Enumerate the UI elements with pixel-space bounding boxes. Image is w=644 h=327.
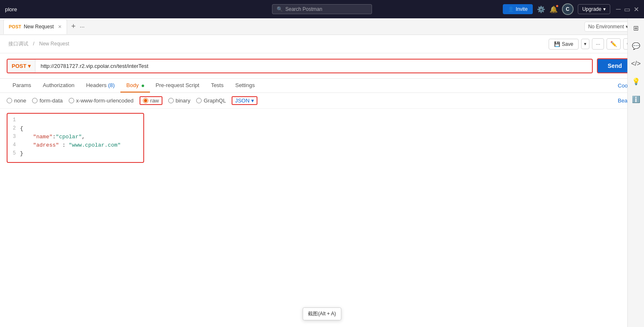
right-sidebar: ⊞ 💬 </> 💡 ℹ️ [627,18,644,327]
search-bar[interactable]: 🔍 Search Postman [272,4,372,14]
tab-tests[interactable]: Tests [205,79,229,92]
radio-form-data-input[interactable] [32,98,37,103]
tab-pre-request-label: Pre-request Script [156,82,200,88]
tabbar: POST New Request ✕ + ··· No Environment … [0,18,644,35]
screenshot-tooltip: 截图(Alt + A) [302,307,341,320]
upgrade-button[interactable]: Upgrade ▾ [578,4,610,14]
radio-binary-label: binary [176,97,190,104]
tab-close-icon[interactable]: ✕ [58,24,62,30]
maximize-button[interactable]: ▭ [624,5,630,13]
line-num-3: 3 [7,134,20,140]
radio-graphql-input[interactable] [196,98,202,103]
code-editor-inner[interactable]: 1 2 { 3 "name":"cpolar", 4 "adress" : "w… [7,113,144,163]
request-actions: 💾 Save ▾ ··· ✏️ 💬 [549,38,637,50]
tab-body-label: Body [126,82,139,88]
env-label: No Environment [588,24,624,30]
settings-icon[interactable]: ⚙️ [537,5,545,13]
radio-form-data-label: form-data [40,97,63,104]
body-active-dot [142,85,144,87]
invite-icon: 👤 [508,6,514,12]
window-controls: ─ ▭ ✕ [616,5,639,13]
more-options-button[interactable]: ··· [592,38,604,50]
url-bar: POST ▾ Send ▾ [0,53,644,79]
radio-urlencoded-input[interactable] [69,98,74,103]
invite-button[interactable]: 👤 Invite [503,4,533,14]
breadcrumb-current: New Request [39,41,69,47]
line-num-2: 2 [7,125,20,131]
tab-name: New Request [24,24,54,30]
code-editor: 1 2 { 3 "name":"cpolar", 4 "adress" : "w… [0,109,644,167]
radio-graphql-label: GraphQL [204,97,226,104]
radio-raw-label: raw [150,97,159,104]
tab-more-button[interactable]: ··· [80,23,85,30]
sidebar-chat-icon[interactable]: 💬 [630,40,642,52]
method-label: POST [12,63,26,69]
save-button[interactable]: 💾 Save [549,39,579,50]
code-line-5: 5 } [7,150,143,159]
sidebar-code-icon[interactable]: </> [629,58,642,69]
tab-tests-label: Tests [211,82,223,88]
notification-dot [556,5,559,7]
invite-label: Invite [516,6,528,12]
save-dropdown-button[interactable]: ▾ [581,39,589,49]
close-button[interactable]: ✕ [634,5,639,13]
titlebar: plore 🔍 Search Postman 👤 Invite ⚙️ 🔔 C U… [0,0,644,18]
tab-pre-request[interactable]: Pre-request Script [150,79,205,92]
radio-none[interactable]: none [7,97,26,104]
radio-raw[interactable]: raw [140,96,162,105]
edit-icon-button[interactable]: ✏️ [607,38,621,50]
radio-binary[interactable]: binary [168,97,190,104]
radio-urlencoded-label: x-www-form-urlencoded [76,97,134,104]
tab-settings[interactable]: Settings [230,79,261,92]
code-line-2: 2 { [7,125,143,134]
request-header: 接口调试 / New Request 💾 Save ▾ ··· ✏️ 💬 [0,35,644,53]
radio-form-data[interactable]: form-data [32,97,63,104]
sidebar-info-icon[interactable]: ℹ️ [630,94,642,105]
avatar[interactable]: C [562,3,574,15]
url-bar-inner: POST ▾ [7,59,593,73]
save-label: Save [562,41,573,47]
breadcrumb: 接口调试 / New Request [7,40,71,47]
radio-graphql[interactable]: GraphQL [196,97,226,104]
url-input[interactable] [35,60,592,72]
request-tab[interactable]: POST New Request ✕ [3,19,67,34]
sidebar-layout-icon[interactable]: ⊞ [632,22,640,34]
screenshot-tooltip-label: 截图(Alt + A) [308,311,336,317]
code-line-4: 4 "adress" : "www.cpolar.com" [7,142,143,150]
environment-select[interactable]: No Environment ▾ [584,22,632,32]
breadcrumb-separator: / [33,41,36,47]
code-line-1: 1 [7,117,143,125]
tab-params[interactable]: Params [7,79,37,92]
sidebar-lightbulb-icon[interactable]: 💡 [630,76,642,87]
format-select[interactable]: JSON ▾ [232,96,257,105]
format-chevron-icon: ▾ [251,97,254,104]
titlebar-right: 👤 Invite ⚙️ 🔔 C Upgrade ▾ ─ ▭ ✕ [503,3,639,15]
tab-method: POST [9,24,21,29]
radio-urlencoded[interactable]: x-www-form-urlencoded [69,97,134,104]
body-type-bar: none form-data x-www-form-urlencoded raw… [0,93,644,109]
search-icon: 🔍 [277,6,283,12]
line-num-1: 1 [7,117,20,123]
tab-params-label: Params [12,82,31,88]
radio-raw-input[interactable] [143,98,148,103]
app-title: plore [5,6,17,12]
tab-authorization[interactable]: Authorization [37,79,80,92]
breadcrumb-parent: 接口调试 [8,41,28,47]
minimize-button[interactable]: ─ [616,5,621,13]
radio-none-input[interactable] [7,98,12,103]
chevron-down-icon: ▾ [603,6,606,12]
search-placeholder: Search Postman [285,6,322,12]
new-tab-button[interactable]: + [69,22,78,31]
code-line-3: 3 "name":"cpolar", [7,134,143,142]
line-num-4: 4 [7,142,20,148]
format-label: JSON [235,97,250,104]
headers-badge: (8) [108,82,115,88]
tab-headers[interactable]: Headers (8) [80,79,121,92]
tab-body[interactable]: Body [120,79,150,92]
radio-binary-input[interactable] [168,98,174,103]
upgrade-label: Upgrade [582,6,602,12]
tab-authorization-label: Authorization [43,82,75,88]
method-select[interactable]: POST ▾ [7,60,35,72]
notification-icon[interactable]: 🔔 [549,5,558,13]
method-chevron-icon: ▾ [28,63,31,69]
